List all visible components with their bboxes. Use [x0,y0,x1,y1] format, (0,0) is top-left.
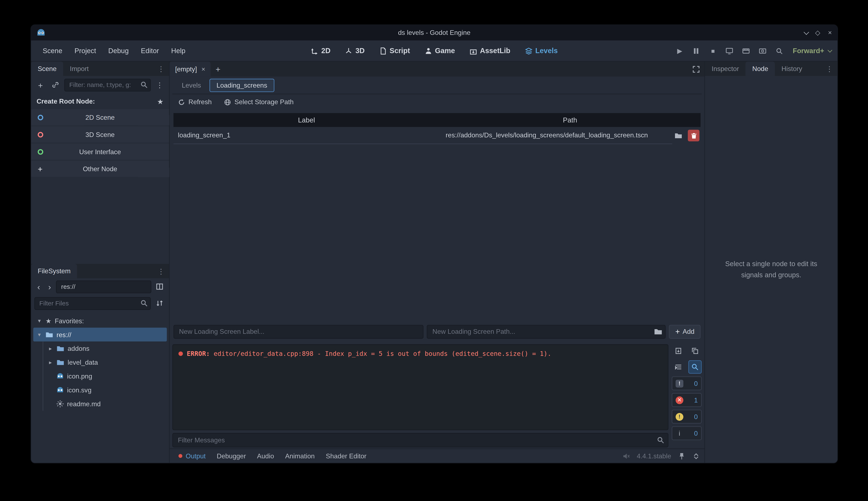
table-row[interactable]: loading_screen_1 res://addons/Ds_levels/… [173,127,700,144]
filter-messages-input[interactable] [172,433,668,447]
close-window-icon[interactable]: × [828,29,832,36]
menu-help[interactable]: Help [166,44,190,57]
browse-folder-icon[interactable] [654,327,663,336]
panel-shader-editor[interactable]: Shader Editor [321,450,371,461]
tree-item-addons[interactable]: ▸ addons [43,342,167,355]
tab-filesystem[interactable]: FileSystem [31,264,77,278]
workspace-2d[interactable]: 2D [307,44,335,57]
renderer-settings-icon[interactable] [774,45,785,56]
minimize-icon[interactable] [804,29,807,36]
panel-debugger[interactable]: Debugger [212,450,250,461]
toggle-info-filter[interactable]: i 0 [672,426,702,440]
tab-inspector[interactable]: Inspector [705,62,746,76]
scene-filter-input[interactable] [64,78,151,91]
trash-icon [690,132,697,139]
search-icon [657,436,664,444]
movie-writer-icon[interactable] [757,45,769,56]
tree-item-icon-svg[interactable]: icon.svg [43,383,167,397]
delete-row-button[interactable] [688,130,699,141]
tab-node[interactable]: Node [746,62,775,76]
history-back-icon[interactable]: ‹ [34,280,43,292]
tree-item-level-data[interactable]: ▸ level_data [43,355,167,369]
clear-output-button[interactable] [672,344,685,358]
create-2d-scene-button[interactable]: 2D Scene [31,109,169,125]
sort-files-icon[interactable] [153,297,166,309]
workspace-assetlib[interactable]: AssetLib [465,44,515,57]
tab-scene[interactable]: Scene [31,62,63,76]
maximize-icon[interactable]: ◇ [815,29,820,36]
menubar: Scene Project Debug Editor Help 2D 3D Sc… [31,41,837,62]
levels-plugin-panel: Levels Loading_screens Refresh Select St… [170,76,705,342]
create-ui-scene-button[interactable]: User Interface [31,144,169,160]
new-path-input[interactable] [427,324,666,338]
movie-maker-icon[interactable] [741,45,752,56]
menu-debug[interactable]: Debug [103,44,134,57]
tree-item-icon-png[interactable]: icon.png [43,369,167,383]
workspace-script[interactable]: Script [375,44,415,57]
select-storage-path-button[interactable]: Select Storage Path [222,96,296,108]
panel-animation[interactable]: Animation [281,450,319,461]
tab-history[interactable]: History [775,62,809,76]
play-icon[interactable]: ▶ [674,45,685,56]
show-search-button[interactable] [688,360,702,373]
titlebar[interactable]: ds levels - Godot Engine ◇ × [31,25,837,41]
star-icon: ★ [45,317,51,324]
dock-menu-icon[interactable]: ⋮ [153,62,169,76]
tree-item-res-root[interactable]: ▾ res:// [33,328,167,342]
current-path-input[interactable] [56,280,152,293]
menu-scene[interactable]: Scene [37,44,67,57]
remote-debug-icon[interactable] [724,45,735,56]
scene-tab-empty[interactable]: [empty] × [170,62,211,76]
error-indicator-dot [179,454,182,458]
filter-files-input[interactable] [34,297,151,310]
history-forward-icon[interactable]: › [45,280,54,292]
expand-fullscreen-icon[interactable] [692,65,700,73]
dock-menu-icon[interactable]: ⋮ [153,264,169,278]
new-scene-tab-icon[interactable]: + [211,62,225,76]
create-other-node-button[interactable]: + Other Node [31,161,169,177]
output-log[interactable]: ERROR: editor/editor_data.cpp:898 - Inde… [172,344,668,430]
workspace-game[interactable]: Game [420,44,460,57]
instance-scene-icon[interactable] [49,79,62,91]
toggle-messages-filter[interactable]: ! 0 [672,376,702,390]
dock-menu-icon[interactable]: ⋮ [821,62,837,76]
refresh-button[interactable]: Refresh [176,96,214,108]
copy-icon [691,347,699,355]
favorites-star-icon[interactable]: ★ [157,97,164,106]
tree-item-readme-md[interactable]: readme.md [43,397,167,411]
expand-bottom-panel-icon[interactable] [692,452,700,460]
menu-editor[interactable]: Editor [136,44,164,57]
search-icon [140,81,148,88]
split-view-icon[interactable] [154,280,166,292]
toggle-errors-filter[interactable]: ✕ 1 [672,393,702,407]
close-tab-icon[interactable]: × [201,65,205,73]
add-button[interactable]: + Add [669,324,700,338]
tab-import[interactable]: Import [63,62,95,76]
renderer-select[interactable]: Forward+ [793,47,831,55]
script-icon [379,47,387,55]
workspace-levels[interactable]: Levels [521,44,562,57]
create-3d-scene-button[interactable]: 3D Scene [31,127,169,143]
filesystem-dock: FileSystem ⋮ ‹ › [31,264,169,463]
row-label-cell[interactable]: loading_screen_1 [173,127,440,144]
collapse-duplicates-button[interactable] [672,360,685,373]
scene-tree-menu-icon[interactable]: ⋮ [153,79,166,91]
stop-icon[interactable]: ■ [707,45,718,56]
pin-bottom-panel-icon[interactable] [678,452,686,460]
panel-output[interactable]: Output [174,450,210,461]
browse-path-button[interactable] [672,130,684,141]
new-label-input[interactable] [173,324,424,338]
row-path-cell[interactable]: res://addons/Ds_levels/loading_screens/d… [440,127,672,144]
menu-project[interactable]: Project [69,44,101,57]
pause-icon[interactable] [691,45,702,56]
info-filter-icon: i [676,429,683,437]
tab-loading-screens[interactable]: Loading_screens [210,78,275,92]
copy-output-button[interactable] [688,344,702,358]
tree-item-favorites[interactable]: ▾ ★ Favorites: [33,314,167,328]
tab-levels[interactable]: Levels [174,78,208,92]
workspace-3d[interactable]: 3D [341,44,369,57]
panel-audio[interactable]: Audio [253,450,278,461]
add-node-icon[interactable]: + [34,79,47,91]
toggle-warnings-filter[interactable]: ! 0 [672,409,702,424]
audio-mute-icon[interactable] [622,452,630,460]
